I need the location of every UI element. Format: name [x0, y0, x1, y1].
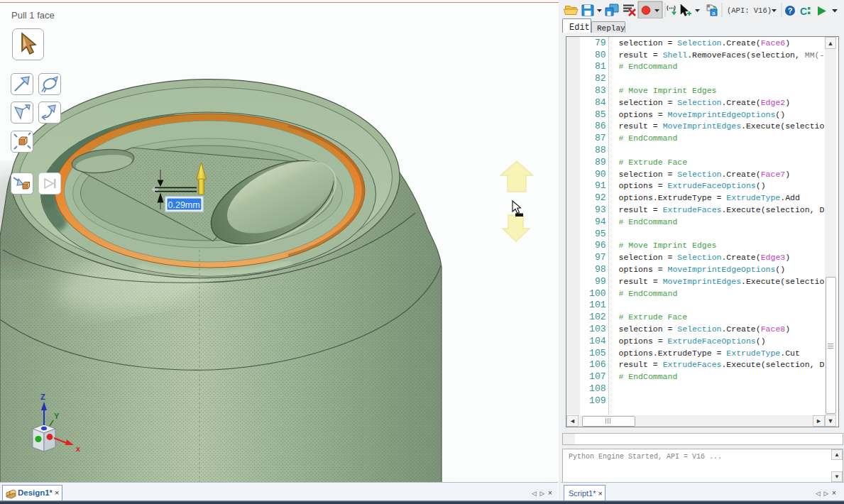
svg-text:C: C — [800, 6, 807, 17]
svg-text:Z: Z — [40, 393, 45, 401]
svg-text:Y: Y — [54, 412, 60, 420]
svg-text:0.29mm: 0.29mm — [168, 200, 200, 210]
svg-text:a: a — [712, 10, 716, 16]
svg-text:?: ? — [788, 6, 793, 15]
svg-text:x: x — [76, 444, 81, 453]
